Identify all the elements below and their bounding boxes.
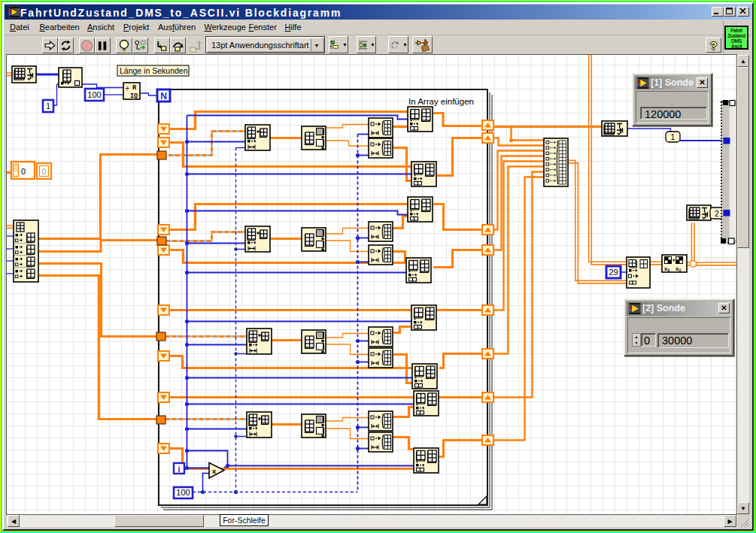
svg-text:2: 2 bbox=[715, 209, 719, 218]
svg-text:In Array einfügen: In Array einfügen bbox=[408, 97, 474, 106]
svg-text:i: i bbox=[178, 465, 181, 474]
svg-text:0: 0 bbox=[21, 167, 26, 176]
svg-text:Länge in Sekunden: Länge in Sekunden bbox=[120, 66, 188, 75]
svg-text:29: 29 bbox=[609, 268, 618, 277]
svg-text:R: R bbox=[132, 84, 137, 92]
svg-text:1: 1 bbox=[46, 101, 50, 111]
svg-text:N: N bbox=[160, 91, 167, 101]
svg-text:x: x bbox=[212, 467, 217, 475]
svg-text:100: 100 bbox=[176, 488, 190, 497]
svg-text:100: 100 bbox=[87, 90, 101, 99]
svg-text:1: 1 bbox=[671, 132, 676, 141]
svg-text:÷: ÷ bbox=[126, 86, 129, 93]
svg-text:0: 0 bbox=[42, 167, 47, 176]
svg-text:IQ: IQ bbox=[130, 92, 138, 100]
